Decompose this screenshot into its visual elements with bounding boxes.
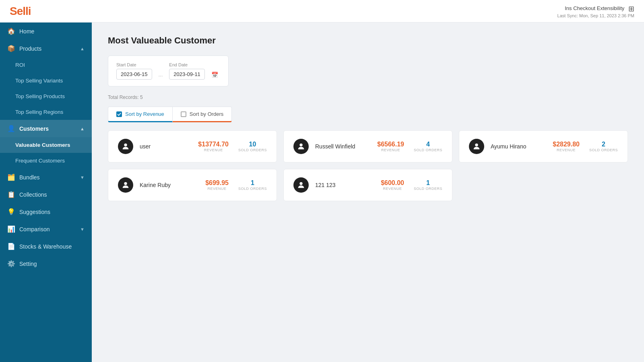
sidebar-item-bundles[interactable]: 🗂️ Bundles ▼ (0, 169, 92, 186)
date-row: Start Date 2023-06-15 ... End Date 2023-… (116, 62, 220, 80)
orders-label: SOLD ORDERS (238, 148, 267, 152)
products-icon: 📦 (7, 45, 15, 52)
orders-label: SOLD ORDERS (589, 148, 618, 152)
user-icon (297, 181, 305, 189)
avatar (293, 139, 309, 154)
sidebar-item-home[interactable]: 🏠 Home (0, 23, 92, 40)
customer-card: user $13774.70 REVENUE 10 SOLD ORDERS (108, 130, 277, 162)
revenue-label: REVENUE (204, 148, 223, 152)
revenue-stat: $699.95 REVENUE (205, 179, 229, 191)
app-name: Ins Checkout Extensibility ⊞ (557, 4, 634, 13)
end-date-label: End Date (169, 62, 205, 67)
customers-icon: 👤 (7, 125, 15, 132)
customer-stats: $13774.70 REVENUE 10 SOLD ORDERS (198, 141, 267, 152)
avatar (118, 139, 133, 154)
logo-main: Sell (10, 5, 28, 17)
user-icon (121, 181, 130, 189)
chevron-up-icon: ▲ (80, 126, 85, 131)
customer-name: user (140, 143, 192, 150)
header-right: Ins Checkout Extensibility ⊞ Last Sync: … (557, 4, 634, 18)
revenue-stat: $6566.19 REVENUE (377, 141, 404, 152)
orders-stat: 1 SOLD ORDERS (238, 179, 267, 191)
revenue-value: $13774.70 (198, 141, 229, 148)
revenue-stat: $600.00 REVENUE (381, 179, 404, 191)
total-records: Total Records: 5 (108, 95, 628, 100)
sidebar-item-label: Stocks & Warehouse (19, 243, 72, 250)
sidebar-item-stocks-warehouse[interactable]: 📄 Stocks & Warehouse (0, 238, 92, 255)
header: Selli Ins Checkout Extensibility ⊞ Last … (0, 0, 644, 23)
comparison-icon: 📊 (7, 225, 15, 233)
setting-icon: ⚙️ (7, 260, 15, 267)
customer-cards-grid: user $13774.70 REVENUE 10 SOLD ORDERS Ru… (108, 130, 628, 201)
customer-card: Ayumu Hirano $2829.80 REVENUE 2 SOLD ORD… (459, 130, 628, 162)
svg-point-2 (475, 144, 478, 146)
sidebar-item-suggestions[interactable]: 💡 Suggestions (0, 203, 92, 220)
sidebar-item-customers[interactable]: 👤 Customers ▲ (0, 120, 92, 137)
sort-tabs: Sort by Revenue Sort by Orders (108, 107, 628, 122)
page-title: Most Valueable Customer (108, 35, 628, 46)
sidebar-item-collections[interactable]: 📋 Collections (0, 186, 92, 203)
customer-stats: $600.00 REVENUE 1 SOLD ORDERS (381, 179, 442, 191)
sidebar-item-label: Customers (19, 125, 49, 132)
orders-checkbox[interactable] (181, 111, 186, 117)
orders-label: SOLD ORDERS (414, 187, 442, 191)
avatar (469, 139, 484, 154)
sidebar-item-label: Collections (19, 191, 47, 198)
customer-stats: $2829.80 REVENUE 2 SOLD ORDERS (553, 141, 618, 152)
sidebar-item-setting[interactable]: ⚙️ Setting (0, 255, 92, 272)
sidebar-item-label: Valueable Customers (15, 142, 70, 148)
customer-stats: $6566.19 REVENUE 4 SOLD ORDERS (377, 141, 442, 152)
sidebar-item-label: Comparison (19, 226, 50, 232)
svg-point-1 (299, 144, 302, 146)
customer-name: Russell Winfield (315, 143, 371, 150)
customer-card: Russell Winfield $6566.19 REVENUE 4 SOLD… (283, 130, 452, 162)
logo-accent: i (28, 5, 31, 17)
logo: Selli (10, 5, 31, 18)
sidebar-item-valuable-customers[interactable]: Valueable Customers (0, 137, 92, 153)
sidebar-item-label: Top Selling Variants (15, 78, 63, 84)
sidebar-item-frequent-customers[interactable]: Frequent Customers (0, 153, 92, 169)
calendar-icon[interactable]: 📅 (211, 72, 218, 78)
orders-value: 1 (426, 179, 430, 187)
main-content: Most Valueable Customer Start Date 2023-… (92, 23, 644, 362)
start-date-value[interactable]: 2023-06-15 (116, 69, 152, 80)
svg-point-4 (299, 182, 302, 185)
avatar (293, 177, 309, 193)
sidebar-item-comparison[interactable]: 📊 Comparison ▼ (0, 220, 92, 238)
user-icon (472, 142, 481, 151)
date-separator: ... (159, 72, 163, 78)
revenue-label: REVENUE (557, 148, 576, 152)
revenue-value: $600.00 (381, 179, 404, 187)
orders-label: SOLD ORDERS (414, 148, 442, 152)
revenue-value: $6566.19 (377, 141, 404, 148)
sidebar-item-label: Setting (19, 261, 37, 267)
orders-value: 10 (249, 141, 256, 148)
sidebar-item-label: Suggestions (19, 209, 50, 215)
sort-by-revenue-tab[interactable]: Sort by Revenue (108, 107, 173, 122)
chevron-down-icon: ▼ (80, 227, 85, 232)
end-date-value[interactable]: 2023-09-11 (169, 69, 205, 80)
avatar (118, 177, 133, 193)
customer-name: Karine Ruby (140, 182, 199, 188)
customer-card: 121 123 $600.00 REVENUE 1 SOLD ORDERS (283, 169, 452, 201)
user-icon (297, 142, 305, 151)
revenue-checkbox[interactable] (116, 111, 122, 117)
sidebar-item-top-selling-regions[interactable]: Top Selling Regions (0, 104, 92, 120)
orders-stat: 2 SOLD ORDERS (589, 141, 618, 152)
bundles-icon: 🗂️ (7, 173, 15, 181)
sidebar-item-top-selling-products[interactable]: Top Selling Products (0, 88, 92, 104)
sort-revenue-label: Sort by Revenue (125, 111, 164, 117)
orders-stat: 10 SOLD ORDERS (238, 141, 267, 152)
sidebar-item-top-selling-variants[interactable]: Top Selling Variants (0, 73, 92, 88)
customer-name: 121 123 (315, 182, 374, 188)
user-icon (121, 142, 130, 151)
sort-by-orders-tab[interactable]: Sort by Orders (173, 107, 232, 122)
sidebar-item-products[interactable]: 📦 Products ▲ (0, 40, 92, 57)
sidebar-item-roi[interactable]: ROI (0, 57, 92, 73)
chevron-up-icon: ▲ (80, 46, 85, 51)
orders-label: SOLD ORDERS (238, 187, 267, 191)
revenue-stat: $2829.80 REVENUE (553, 141, 580, 152)
revenue-value: $699.95 (205, 179, 229, 187)
date-filter-card: Start Date 2023-06-15 ... End Date 2023-… (108, 56, 229, 86)
svg-point-0 (124, 144, 127, 146)
